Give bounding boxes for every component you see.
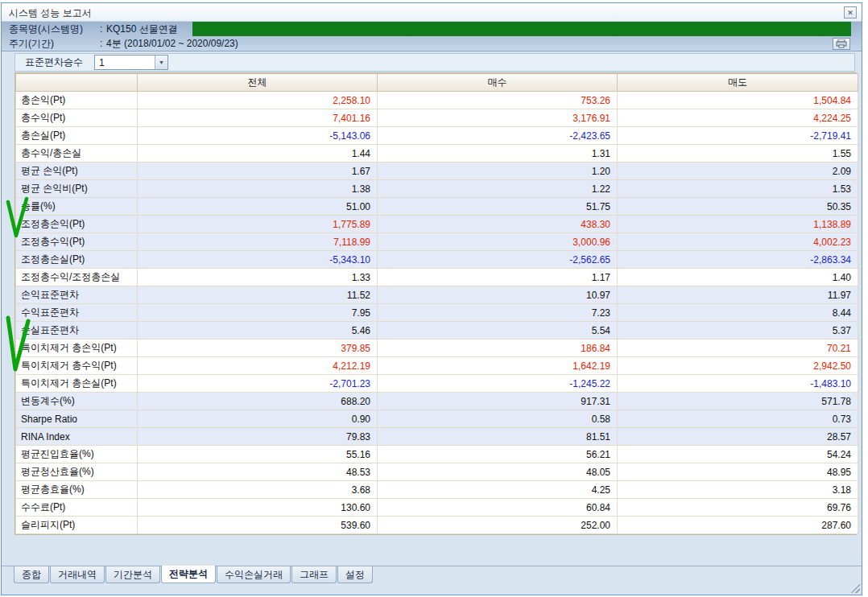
table-row: 평균진입효율(%) 55.16 56.21 54.24 — [16, 446, 858, 463]
value-total: 0.90 — [138, 410, 378, 428]
value-short: 2.09 — [618, 163, 858, 180]
value-long: 4.25 — [378, 481, 618, 499]
value-long: 1.17 — [378, 269, 618, 286]
value-total: -5,143.06 — [138, 127, 378, 145]
value-short: 1.40 — [618, 269, 858, 286]
value-total: 79.83 — [138, 428, 378, 446]
table-row: 수익표준편차 7.95 7.23 8.44 — [16, 304, 858, 322]
window-title: 시스템 성능 보고서 — [9, 6, 92, 20]
tab-label: 기간분석 — [114, 569, 152, 580]
value-long: -1,245.22 — [378, 375, 618, 393]
table-row: 특이치제거 총손익(Pt) 379.85 186.84 70.21 — [16, 340, 858, 357]
value-long: 3,000.96 — [378, 233, 618, 251]
value-long: 60.84 — [378, 499, 618, 517]
stddev-combobox[interactable]: 1 ▼ — [94, 55, 168, 70]
value-total: 1.44 — [138, 145, 378, 163]
value-long: 917.31 — [378, 393, 618, 410]
value-long: 48.05 — [378, 463, 618, 481]
value-short: -2,719.41 — [618, 127, 858, 145]
value-total: 7,118.99 — [138, 233, 378, 251]
tab[interactable]: 전략분석 — [161, 566, 216, 583]
col-long: 매수 — [378, 74, 618, 92]
table-row: 승률(%) 51.00 51.75 50.35 — [16, 198, 858, 216]
period-value: 4분 (2018/01/02 ~ 2020/09/23) — [106, 36, 238, 51]
value-long: 252.00 — [378, 517, 618, 534]
value-short: 1,504.84 — [618, 92, 858, 109]
table-row: 조정총수익/조정총손실 1.33 1.17 1.40 — [16, 269, 858, 286]
metric-label: 평균진입효율(%) — [16, 446, 138, 463]
metric-label: 평균총효율(%) — [16, 481, 138, 499]
value-short: 2,942.50 — [618, 357, 858, 375]
value-total: 7,401.16 — [138, 109, 378, 127]
value-total: 5.46 — [138, 322, 378, 340]
col-metric — [16, 74, 138, 92]
value-total: 130.60 — [138, 499, 378, 517]
tab[interactable]: 설정 — [337, 566, 373, 583]
value-short: 1,138.89 — [618, 216, 858, 233]
metric-label: 특이치제거 총손실(Pt) — [16, 375, 138, 393]
metric-label: 평균 손익비(Pt) — [16, 180, 138, 198]
screen: 시스템 성능 보고서 ✕ 종목명(시스템명) : KQ150 선물연결 주기(기… — [0, 0, 868, 597]
metric-label: 평균 손익(Pt) — [16, 163, 138, 180]
toolbar-strip: 표준편차승수 1 ▼ — [14, 53, 855, 72]
value-short: 5.37 — [618, 322, 858, 340]
metric-label: 조정총손실(Pt) — [16, 251, 138, 269]
symbol-separator: : — [100, 22, 106, 36]
chevron-glyph: ▼ — [159, 60, 164, 65]
table-row: 총손실(Pt) -5,143.06 -2,423.65 -2,719.41 — [16, 127, 858, 145]
metric-label: 조정총수익(Pt) — [16, 233, 138, 251]
value-total: 1.38 — [138, 180, 378, 198]
tab[interactable]: 그래프 — [291, 566, 337, 583]
period-row: 주기(기간) : 4분 (2018/01/02 ~ 2020/09/23) — [2, 36, 862, 51]
value-short: 28.57 — [618, 428, 858, 446]
col-short: 매도 — [618, 74, 858, 92]
value-total: 7.95 — [138, 304, 378, 322]
metric-label: 총손익(Pt) — [16, 92, 138, 109]
toolbar: 표준편차승수 1 ▼ — [2, 51, 862, 73]
metric-label: 조정총손익(Pt) — [16, 216, 138, 233]
value-short: 11.97 — [618, 286, 858, 304]
table-row: 특이치제거 총수익(Pt) 4,212.19 1,642.19 2,942.50 — [16, 357, 858, 375]
window-titlebar[interactable]: 시스템 성능 보고서 ✕ — [2, 3, 862, 22]
value-short: 70.21 — [618, 340, 858, 357]
table-header-row: 전체 매수 매도 — [16, 74, 858, 92]
table-row: RINA Index 79.83 81.51 28.57 — [16, 428, 858, 446]
value-long: 51.75 — [378, 198, 618, 216]
report-window: 시스템 성능 보고서 ✕ 종목명(시스템명) : KQ150 선물연결 주기(기… — [1, 2, 862, 595]
value-long: 0.58 — [378, 410, 618, 428]
value-long: 1.20 — [378, 163, 618, 180]
table-row: 변동계수(%) 688.20 917.31 571.78 — [16, 393, 858, 410]
value-long: 1.22 — [378, 180, 618, 198]
value-short: 50.35 — [618, 198, 858, 216]
table-row: 조정총손익(Pt) 1,775.89 438.30 1,138.89 — [16, 216, 858, 233]
value-long: 1,642.19 — [378, 357, 618, 375]
value-short: 54.24 — [618, 446, 858, 463]
print-button[interactable] — [833, 38, 850, 50]
value-short: 0.73 — [618, 410, 858, 428]
value-long: 7.23 — [378, 304, 618, 322]
value-long: 438.30 — [378, 216, 618, 233]
period-separator: : — [100, 36, 106, 51]
chevron-down-icon[interactable]: ▼ — [155, 56, 167, 69]
value-short: 287.60 — [618, 517, 858, 534]
close-button[interactable]: ✕ — [844, 6, 857, 19]
stddev-label: 표준편차승수 — [15, 56, 94, 69]
value-long: -2,562.65 — [378, 251, 618, 269]
metric-label: 손익표준편차 — [16, 286, 138, 304]
metric-label: 수익표준편차 — [16, 304, 138, 322]
annotation-checkmark-1 — [5, 196, 29, 241]
tab[interactable]: 기간분석 — [105, 566, 160, 583]
value-long: -2,423.65 — [378, 127, 618, 145]
annotation-green-bar — [192, 22, 851, 36]
tab-label: 종합 — [22, 569, 41, 580]
table-row: 총수익(Pt) 7,401.16 3,176.91 4,224.25 — [16, 109, 858, 127]
table-row: 평균청산효율(%) 48.53 48.05 48.95 — [16, 463, 858, 481]
tab[interactable]: 수익손실거래 — [217, 566, 291, 583]
tab[interactable]: 종합 — [14, 566, 49, 583]
value-long: 56.21 — [378, 446, 618, 463]
value-short: 1.53 — [618, 180, 858, 198]
value-long: 186.84 — [378, 340, 618, 357]
tab[interactable]: 거래내역 — [50, 566, 105, 583]
value-total: 48.53 — [138, 463, 378, 481]
close-icon: ✕ — [847, 9, 854, 17]
